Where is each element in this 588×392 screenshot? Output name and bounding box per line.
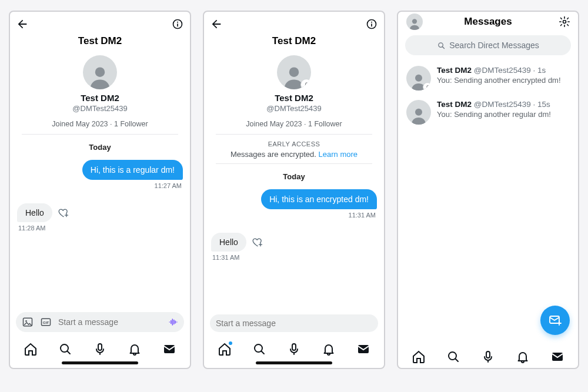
info-icon[interactable] [171,18,184,31]
conversation-handle: @DMTest25439 [474,66,531,75]
bottom-nav [10,337,190,360]
topbar [10,12,190,32]
svg-text:GIF: GIF [43,320,49,324]
thread: Test DM2 @DMTest25439 Joined May 2023 · … [10,53,190,307]
message-timestamp: 11:28 AM [18,225,45,232]
profile-name: Test DM2 [81,93,119,103]
profile-name: Test DM2 [275,93,313,103]
react-heart-icon[interactable] [57,206,70,219]
avatar-icon [277,55,311,89]
svg-rect-13 [371,24,372,26]
nav-search-icon[interactable] [446,349,461,364]
message-outgoing[interactable]: Hi, this is an encrypted dm! 11:31 AM [211,189,377,219]
svg-rect-9 [98,344,102,350]
thread: Test DM2 @DMTest25439 Joined May 2023 · … [204,53,384,310]
titlebar: Messages [398,12,578,32]
svg-rect-17 [292,344,296,350]
nav-home-icon[interactable] [23,341,38,357]
profile-meta: Joined May 2023 · 1 Follower [246,120,342,128]
nav-bell-icon[interactable] [515,349,530,364]
svg-rect-27 [486,351,490,358]
bottom-nav [398,344,578,368]
conversation-name: Test DM2 [437,66,472,75]
conversation-name: Test DM2 [437,100,472,109]
settings-gear-icon[interactable] [558,15,571,28]
conversation-handle: @DMTest25439 [474,100,531,109]
svg-point-19 [412,19,417,24]
composer-input[interactable] [58,317,161,327]
nav-messages-icon[interactable] [162,341,177,357]
svg-point-5 [25,320,27,322]
voice-wave-icon[interactable] [168,316,179,328]
composer-input-wrap[interactable] [210,314,378,332]
nav-home-icon[interactable] [217,341,232,357]
avatar-icon [83,55,117,89]
search-placeholder: Search Direct Messages [449,41,539,50]
message-bubble: Hi, this is an encrypted dm! [261,189,377,209]
conversation-list: Test DM2 @DMTest25439 · 1s You: Sending … [398,61,578,344]
nav-search-icon[interactable] [58,341,73,357]
conversation-preview: You: Sending another regular dm! [437,110,551,119]
topbar [204,12,384,32]
message-timestamp: 11:31 AM [349,212,376,219]
profile-meta: Joined May 2023 · 1 Follower [52,120,148,128]
svg-rect-23 [426,87,429,89]
conversation-title: Test DM2 [204,32,384,53]
new-message-fab[interactable] [540,306,570,335]
svg-point-3 [95,67,105,77]
lock-badge-icon [423,82,431,91]
back-arrow-icon[interactable] [210,18,223,31]
message-timestamp: 11:31 AM [212,254,239,261]
notice-eyebrow: EARLY ACCESS [224,140,364,148]
nav-search-icon[interactable] [252,341,267,357]
search-wrap: Search Direct Messages [398,32,578,61]
account-avatar-icon[interactable] [406,14,423,30]
message-bubble: Hello [211,233,246,252]
conversation-preview: You: Sending another encrypted dm! [437,76,561,85]
conversation-row[interactable]: Test DM2 @DMTest25439 · 15s You: Sending… [398,95,578,129]
svg-rect-2 [177,24,178,26]
composer-input-wrap[interactable]: GIF [16,312,184,332]
gif-icon[interactable]: GIF [40,316,52,328]
profile-handle: @DMTest25439 [266,104,321,113]
bottom-nav [204,337,384,360]
nav-messages-icon[interactable] [356,341,371,357]
react-heart-icon[interactable] [251,236,264,249]
notification-dot [229,341,232,345]
profile-header[interactable]: Test DM2 @DMTest25439 Joined May 2023 · … [216,53,372,135]
learn-more-link[interactable]: Learn more [319,150,358,159]
back-arrow-icon[interactable] [16,18,29,31]
nav-mic-icon[interactable] [92,341,108,357]
svg-rect-15 [305,85,308,87]
search-input[interactable]: Search Direct Messages [405,35,571,55]
encryption-notice: EARLY ACCESS Messages are encrypted. Lea… [216,135,372,164]
home-indicator [62,361,138,364]
info-icon[interactable] [365,18,378,31]
profile-header[interactable]: Test DM2 @DMTest25439 Joined May 2023 · … [22,53,178,135]
phone-messages-list: Messages Search Direct Messages Test DM2… [397,11,579,369]
profile-handle: @DMTest25439 [72,104,127,113]
composer-input[interactable] [216,319,372,328]
image-icon[interactable] [22,316,34,328]
message-bubble: Hi, this is a regular dm! [82,160,183,180]
nav-bell-icon[interactable] [321,341,336,357]
conversation-row[interactable]: Test DM2 @DMTest25439 · 1s You: Sending … [398,61,578,95]
svg-point-21 [439,42,443,47]
day-separator: Today [16,135,184,158]
composer [204,310,384,337]
nav-mic-icon[interactable] [286,341,302,357]
message-outgoing[interactable]: Hi, this is a regular dm! 11:27 AM [17,160,183,189]
nav-messages-icon[interactable] [550,349,565,364]
svg-point-22 [415,75,422,82]
page-title: Messages [464,16,512,28]
conversation-title: Test DM2 [10,32,190,53]
notice-text: Messages are encrypted. [230,150,316,159]
nav-mic-icon[interactable] [480,349,496,364]
nav-home-icon[interactable] [411,349,426,364]
day-separator: Today [210,164,378,187]
nav-bell-icon[interactable] [127,341,142,357]
message-incoming[interactable]: Hello 11:31 AM [211,233,377,261]
message-timestamp: 11:27 AM [155,182,182,189]
message-incoming[interactable]: Hello 11:28 AM [17,203,183,232]
message-bubble: Hello [17,203,52,222]
